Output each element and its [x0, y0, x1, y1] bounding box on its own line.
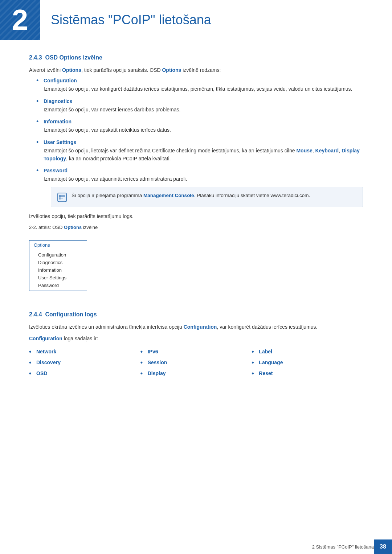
section-244-subintro: Configuration loga sadaļas ir:	[29, 335, 363, 342]
section-243: 2.4.3 OSD Options izvēlne Atverot izvēln…	[29, 54, 363, 297]
list-item-display: Display	[140, 370, 252, 376]
chapter-title-block: Sistēmas "PCoIP" lietošana	[40, 0, 392, 40]
list-item-osd: OSD	[29, 370, 140, 376]
options-list: Configuration Izmantojot šo opciju, var …	[36, 78, 363, 207]
list-item-network: Network	[29, 349, 140, 354]
list-item-information: Information Izmantojot šo opciju, var ap…	[36, 119, 363, 134]
footer-content: 2 Sistēmas "PCoIP" lietošana 38	[312, 539, 392, 554]
menu-item-diagnostics[interactable]: Diagnostics	[29, 259, 87, 266]
menu-item-usersettings[interactable]: User Settings	[29, 274, 87, 282]
list-item-diagnostics: Diagnostics Izmantojot šo opciju, var no…	[36, 98, 363, 114]
col2: IPv6 Session Display	[140, 349, 252, 381]
main-content: 2.4.3 OSD Options izvēlne Atverot izvēln…	[0, 54, 392, 410]
menu-item-password[interactable]: Password	[29, 282, 87, 289]
col1: Network Discovery OSD	[29, 349, 140, 381]
menu-item-configuration[interactable]: Configuration	[29, 251, 87, 259]
menu-items: Configuration Diagnostics Information Us…	[29, 250, 87, 291]
list-item-session: Session	[140, 360, 252, 365]
list-item-language: Language	[252, 360, 363, 365]
config-sections-list: Network Discovery OSD IPv6 Session Displ…	[29, 349, 363, 381]
figure-caption: 2-2. attēls: OSD Options izvēlne	[29, 224, 363, 231]
footer: 2 Sistēmas "PCoIP" lietošana 38	[0, 539, 392, 554]
chapter-title: Sistēmas "PCoIP" lietošana	[51, 12, 211, 28]
list-item-label: Label	[252, 349, 363, 354]
chapter-number: 2	[0, 0, 40, 40]
section-243-heading: 2.4.3 OSD Options izvēlne	[29, 54, 363, 61]
section-244-heading: 2.4.4 Configuration logs	[29, 311, 363, 318]
list-item-password: Password Izmantojot šo opciju, var atjau…	[36, 168, 363, 207]
list-item-configuration: Configuration Izmantojot šo opciju, var …	[36, 78, 363, 93]
note-icon: i	[57, 192, 67, 202]
section-244-intro: Izvēloties ekrāna izvēlnes un administra…	[29, 323, 363, 331]
note-box: i Šī opcija ir pieejama programmā Manage…	[51, 187, 363, 207]
note-text: Šī opcija ir pieejama programmā Manageme…	[72, 192, 310, 200]
list-item-ipv6: IPv6	[140, 349, 252, 354]
footer-page-number: 38	[374, 539, 392, 554]
section-244: 2.4.4 Configuration logs Izvēloties ekrā…	[29, 311, 363, 381]
list-item-discovery: Discovery	[29, 360, 140, 365]
list-item-reset: Reset	[252, 370, 363, 376]
list-item-usersettings: User Settings Izmantojot šo opciju, liet…	[36, 139, 363, 163]
section-243-conclusion: Izvēloties opciju, tiek parādīts iestatī…	[29, 212, 363, 220]
col3: Label Language Reset	[252, 349, 363, 381]
menu-header: Options	[29, 241, 87, 250]
options-menu-screenshot: Options Configuration Diagnostics Inform…	[29, 240, 87, 291]
section-243-intro: Atverot izvēlni Options, tiek parādīts o…	[29, 66, 363, 74]
chapter-header: 2 Sistēmas "PCoIP" lietošana	[0, 0, 392, 40]
menu-item-information[interactable]: Information	[29, 266, 87, 274]
footer-text: 2 Sistēmas "PCoIP" lietošana	[312, 544, 374, 550]
